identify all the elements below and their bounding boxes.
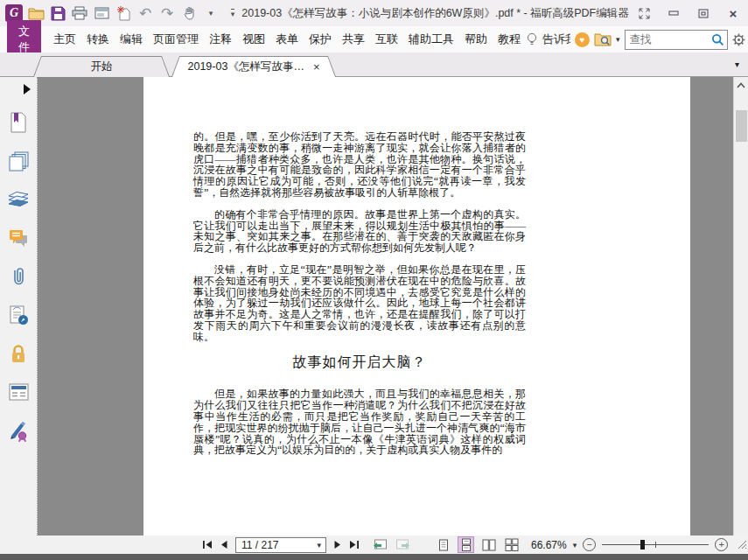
- page-text: 的。但是，嘿，至少你活到了天亮。远在石器时代时，能否平安熬过夜晚都是充满变数的事…: [193, 131, 526, 466]
- digital-signatures-icon[interactable]: [0, 296, 37, 334]
- paragraph: 的。但是，嘿，至少你活到了天亮。远在石器时代时，能否平安熬过夜晚都是充满变数的事…: [193, 131, 526, 199]
- scroll-up-icon[interactable]: [737, 82, 745, 88]
- menu-tab-view[interactable]: 视图: [240, 27, 268, 52]
- hand-tool-icon[interactable]: [180, 3, 198, 24]
- vertical-scrollbar[interactable]: [733, 77, 748, 536]
- security-lock-icon[interactable]: [0, 334, 37, 373]
- scrollbar-thumb[interactable]: [736, 110, 747, 142]
- menu-tab-edit[interactable]: 编辑: [117, 27, 145, 52]
- layers-icon[interactable]: [0, 180, 37, 219]
- next-page-button[interactable]: [334, 540, 341, 550]
- first-page-button[interactable]: [202, 540, 213, 550]
- comments-icon[interactable]: [0, 219, 37, 257]
- folder-search-icon[interactable]: [594, 32, 612, 46]
- find-box: [625, 30, 728, 50]
- save-icon[interactable]: [49, 3, 66, 24]
- undo-icon[interactable]: ↶: [136, 3, 154, 24]
- new-document-icon[interactable]: [115, 3, 132, 24]
- tab-list-dropdown[interactable]: ▾: [735, 60, 739, 69]
- gear-icon[interactable]: [732, 33, 745, 46]
- folder-search-dropdown[interactable]: ▾: [616, 35, 620, 44]
- attachments-icon[interactable]: [0, 257, 37, 296]
- single-page-layout-button[interactable]: [436, 537, 451, 552]
- main-area: 的。但是，嘿，至少你活到了天亮。远在石器时代时，能否平安熬过夜晚都是充满变数的事…: [0, 77, 748, 536]
- hand-tool-dropdown[interactable]: ▾: [202, 3, 220, 24]
- fullscreen-icon[interactable]: [629, 0, 659, 26]
- tell-me-label[interactable]: 告诉我: [542, 32, 570, 47]
- previous-page-button[interactable]: [220, 540, 227, 550]
- sign-icon[interactable]: [0, 411, 37, 450]
- ribbon-menu-bar: 文件 主页 转换 编辑 页面管理 注释 视图 表单 保护 共享 互联 辅助工具 …: [0, 26, 748, 52]
- zoom-controls: 66.67% ▾ − +: [531, 538, 747, 551]
- menu-right-tools: 告诉我 ♥ ▾ ▾: [526, 30, 748, 50]
- menu-tab-accessibility[interactable]: 辅助工具: [406, 27, 457, 52]
- favorite-heart-icon[interactable]: ♥: [575, 32, 590, 47]
- page-navigation: 11 / 217 ▾: [202, 537, 519, 553]
- facing-layout-button[interactable]: [481, 537, 496, 552]
- page-number-dropdown[interactable]: ▾: [317, 541, 325, 550]
- previous-view-button[interactable]: [373, 539, 388, 550]
- zoom-out-button[interactable]: −: [583, 538, 596, 551]
- redo-icon[interactable]: ↷: [158, 3, 176, 24]
- tab-start-label: 开始: [91, 60, 113, 74]
- tab-close-icon[interactable]: ×: [313, 61, 320, 73]
- paragraph: 没错，有时，立足“现在”是明智之举，但如果你总是在现在里，压根不会知道还有明天，…: [193, 264, 526, 343]
- zoom-slider[interactable]: [602, 538, 709, 551]
- document-view[interactable]: 的。但是，嘿，至少你活到了天亮。远在石器时代时，能否平安熬过夜晚都是充满变数的事…: [38, 77, 733, 536]
- email-icon[interactable]: [93, 3, 110, 24]
- page-number-value: 11 / 217: [241, 539, 278, 551]
- customize-toolbar-dropdown[interactable]: ▾: [224, 3, 241, 24]
- expand-arrow-icon: [24, 84, 31, 94]
- continuous-layout-button[interactable]: [458, 537, 473, 552]
- lightbulb-icon[interactable]: [526, 32, 538, 46]
- zoom-level-value: 66.67%: [531, 539, 567, 551]
- window-title: 2019-03《怎样写故事：小说与剧本创作的6W原则》.pdf * - 福昕高级…: [241, 6, 629, 21]
- menu-tab-convert[interactable]: 转换: [84, 27, 112, 52]
- restore-icon[interactable]: [689, 0, 718, 26]
- tab-start[interactable]: 开始: [33, 56, 170, 77]
- next-view-button: [395, 539, 410, 550]
- navigation-panel-bar: [0, 77, 38, 536]
- last-page-button[interactable]: [349, 540, 360, 550]
- menu-tab-comment[interactable]: 注释: [206, 27, 234, 52]
- find-input[interactable]: [626, 33, 711, 46]
- zoom-level-dropdown[interactable]: ▾: [573, 541, 577, 550]
- zoom-in-button[interactable]: +: [715, 538, 728, 551]
- resize-grip-icon[interactable]: [738, 540, 747, 550]
- menu-tab-tutorial[interactable]: 教程: [495, 27, 523, 52]
- page-thumbnails-icon[interactable]: [0, 142, 37, 180]
- minimize-icon[interactable]: [659, 0, 689, 26]
- menu-tab-protect[interactable]: 保护: [306, 27, 334, 52]
- menu-tab-form[interactable]: 表单: [273, 27, 301, 52]
- pdf-page[interactable]: 的。但是，嘿，至少你活到了天亮。远在石器时代时，能否平安熬过夜晚都是充满变数的事…: [143, 77, 690, 536]
- bookmarks-icon[interactable]: [0, 103, 37, 142]
- title-bar: G ↶ ↷ ▾ ▾ 2019-03《怎样写故事：小说与剧本创作的6W原则》.pd…: [0, 0, 748, 26]
- window-controls: ×: [629, 0, 748, 26]
- menu-tab-share[interactable]: 共享: [339, 27, 367, 52]
- window-bottom-edge: [0, 554, 748, 560]
- print-icon[interactable]: [71, 3, 88, 24]
- zoom-slider-thumb[interactable]: [640, 540, 645, 550]
- menu-tab-help[interactable]: 帮助: [462, 27, 490, 52]
- menu-tab-home[interactable]: 主页: [51, 27, 79, 52]
- tab-document-label: 2019-03《怎样写故事…: [188, 60, 304, 74]
- tab-document[interactable]: 2019-03《怎样写故事… ×: [171, 56, 336, 77]
- continuous-facing-layout-button[interactable]: [504, 537, 519, 552]
- close-icon[interactable]: ×: [718, 0, 748, 26]
- paragraph: 但是，如果故事的力量如此强大，而且与我们的幸福息息相关，那为什么我们又往往只把它…: [193, 388, 526, 456]
- document-tab-strip: 开始 2019-03《怎样写故事… × ▾: [0, 52, 748, 77]
- paragraph: 的确有个非常合乎情理的原因。故事是世界上第一个虚构的真实。它让我们可以走出当下，…: [193, 209, 526, 254]
- menu-tab-page-organize[interactable]: 页面管理: [150, 27, 201, 52]
- status-bar: 11 / 217 ▾ 66.67% ▾ −: [0, 536, 748, 554]
- page-number-box[interactable]: 11 / 217 ▾: [235, 537, 326, 553]
- section-heading: 故事如何开启大脑？: [193, 357, 526, 368]
- search-icon[interactable]: [711, 33, 724, 46]
- expand-panel-button[interactable]: [24, 77, 37, 103]
- form-fields-icon[interactable]: [0, 373, 37, 411]
- menu-tab-connect[interactable]: 互联: [373, 27, 401, 52]
